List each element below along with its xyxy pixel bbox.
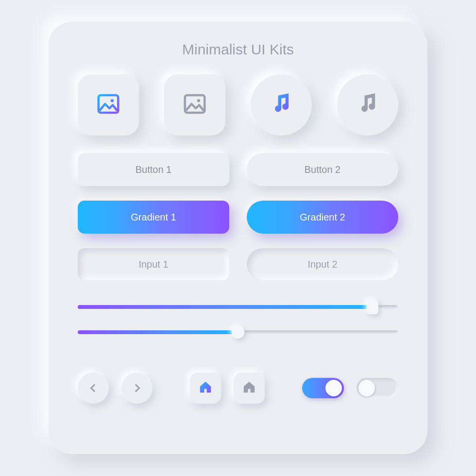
music-tile-grey[interactable] [337, 74, 398, 136]
music-tile-gradient[interactable] [251, 74, 312, 136]
input-placeholder: Input 2 [307, 259, 337, 270]
input-row: Input 1 Input 2 [78, 248, 398, 280]
input-2[interactable]: Input 2 [247, 248, 398, 280]
slider-group [78, 300, 398, 350]
toggle-off[interactable] [357, 378, 398, 398]
svg-point-1 [111, 99, 114, 102]
slider-thumb[interactable] [232, 326, 244, 339]
button-1[interactable]: Button 1 [78, 153, 229, 186]
plain-button-row: Button 1 Button 2 [78, 153, 398, 186]
image-tile-grey[interactable] [164, 74, 225, 136]
svg-point-3 [197, 99, 200, 102]
page-title: Minimalist UI Kits [78, 41, 398, 58]
image-tile-gradient[interactable] [78, 74, 139, 136]
home-icon [198, 380, 213, 396]
home-button-gradient[interactable] [190, 373, 221, 404]
button-label: Gradient 2 [300, 212, 345, 223]
input-1[interactable]: Input 1 [78, 248, 229, 280]
next-button[interactable] [121, 373, 153, 404]
music-note-icon [355, 91, 380, 119]
control-row [78, 373, 398, 404]
button-2[interactable]: Button 2 [247, 153, 398, 186]
image-icon [95, 91, 121, 119]
music-note-icon [269, 91, 294, 119]
button-label: Gradient 1 [131, 212, 176, 223]
gradient-button-1[interactable]: Gradient 1 [78, 201, 229, 234]
svg-rect-0 [99, 95, 119, 113]
slider-fill [78, 305, 373, 309]
slider-1[interactable] [78, 300, 398, 314]
slider-thumb[interactable] [367, 300, 378, 314]
svg-rect-2 [185, 95, 205, 113]
button-label: Button 1 [136, 164, 172, 175]
gradient-button-2[interactable]: Gradient 2 [247, 201, 398, 234]
prev-button[interactable] [78, 373, 109, 404]
toggle-knob [358, 380, 375, 396]
button-label: Button 2 [305, 164, 341, 175]
toggle-on[interactable] [302, 378, 344, 398]
gradient-button-row: Gradient 1 Gradient 2 [78, 201, 398, 234]
home-button-grey[interactable] [234, 373, 265, 404]
icon-tile-row [78, 74, 398, 136]
ui-kit-canvas: Minimalist UI Kits [49, 22, 427, 454]
home-icon [242, 380, 256, 396]
slider-fill [78, 330, 238, 334]
toggle-knob [325, 380, 342, 396]
input-placeholder: Input 1 [138, 259, 168, 270]
chevron-right-icon [132, 384, 140, 392]
chevron-left-icon [90, 384, 99, 392]
image-icon [182, 91, 208, 119]
slider-2[interactable] [78, 325, 398, 340]
